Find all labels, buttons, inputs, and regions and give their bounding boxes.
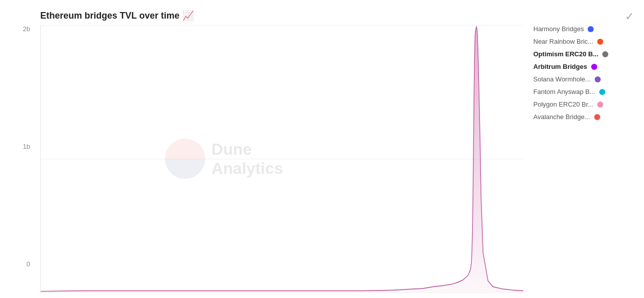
check-icon[interactable]: ✓ <box>625 10 634 23</box>
legend-dot <box>602 51 608 57</box>
legend-item: Harmony Bridges <box>533 25 644 33</box>
y-label-2b: 2b <box>23 25 30 33</box>
legend-item: Optimism ERC20 B... <box>533 50 644 58</box>
legend-dot <box>595 76 601 82</box>
legend-label: Avalanche Bridge... <box>533 113 590 121</box>
legend-label: Polygon ERC20 Br... <box>533 101 593 108</box>
legend-item: Near Rainbow Bric... <box>533 38 644 45</box>
chart-line <box>41 27 523 291</box>
legend-label: Fantom Anyswap B... <box>533 88 595 95</box>
legend-dot <box>597 102 603 108</box>
legend-label: Arbitrum Bridges <box>533 63 587 70</box>
legend-dot <box>591 64 597 70</box>
title-emoji: 📈 <box>183 10 194 21</box>
y-axis-labels: 2b 1b 0 <box>0 25 35 268</box>
chart-title: Ethereum bridges TVL over time 📈 <box>40 10 634 21</box>
legend-label: Solana Wormhole... <box>533 75 591 83</box>
legend-item: Fantom Anyswap B... <box>533 88 644 95</box>
title-text: Ethereum bridges TVL over time <box>40 11 180 21</box>
grid-line-bottom <box>41 292 523 293</box>
y-label-0: 0 <box>27 260 30 268</box>
legend-dot <box>597 39 603 45</box>
chart-container: Ethereum bridges TVL over time 📈 ✓ 2b 1b… <box>0 0 644 298</box>
legend-label: Optimism ERC20 B... <box>533 50 598 58</box>
legend-dot <box>594 114 600 120</box>
legend: Harmony BridgesNear Rainbow Bric...Optim… <box>533 25 644 121</box>
legend-dot <box>588 26 594 32</box>
legend-item: Avalanche Bridge... <box>533 113 644 121</box>
legend-label: Harmony Bridges <box>533 25 584 33</box>
chart-area-fill <box>41 27 523 292</box>
legend-label: Near Rainbow Bric... <box>533 38 593 45</box>
legend-item: Polygon ERC20 Br... <box>533 101 644 108</box>
chart-svg <box>41 25 523 292</box>
y-label-1b: 1b <box>23 143 30 150</box>
chart-area: Dune Analytics May 1st Jun 1st Jul 1st A <box>40 25 523 293</box>
legend-dot <box>599 89 605 95</box>
legend-item: Arbitrum Bridges <box>533 63 644 70</box>
legend-item: Solana Wormhole... <box>533 75 644 83</box>
